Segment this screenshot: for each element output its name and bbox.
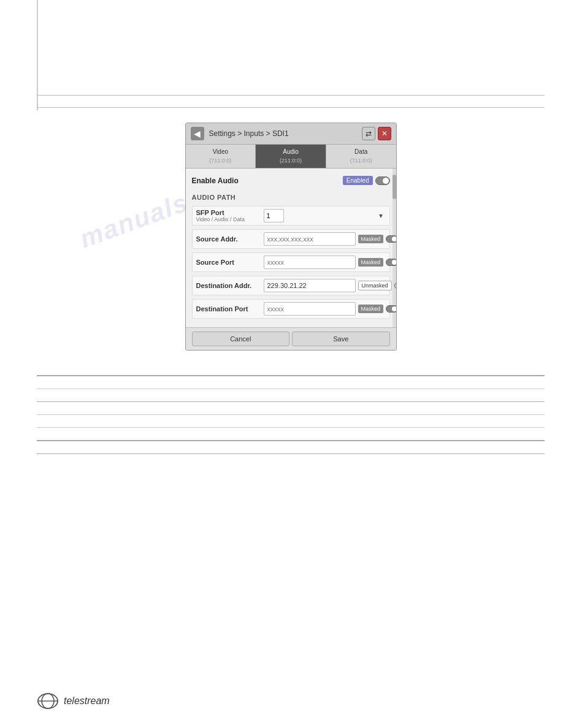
main-content: ◀ Settings > Inputs > SDI1 ⇄ ✕ Video (71… [37,116,545,466]
dialog-header: ◀ Settings > Inputs > SDI1 ⇄ ✕ [186,123,396,145]
enabled-button[interactable]: Enabled [343,176,373,185]
destination-port-input[interactable] [264,302,356,316]
tab-video-number: (711:0:0) [209,157,231,164]
destination-port-label: Destination Port [196,305,264,313]
tab-audio[interactable]: Audio (211:0:0) [256,145,326,168]
tabs-container: Video (711:0:0) Audio (211:0:0) Data (71… [186,145,396,169]
save-button[interactable]: Save [292,332,390,346]
source-addr-row: Source Addr. Masked [192,229,390,249]
settings-dialog: ◀ Settings > Inputs > SDI1 ⇄ ✕ Video (71… [185,123,397,351]
content-line-5 [37,427,545,428]
sfp-port-label: SFP Port Video / Audio / Data [196,209,264,222]
swap-button[interactable]: ⇄ [362,127,375,140]
content-line-1 [37,375,545,376]
source-addr-input[interactable] [264,232,356,246]
content-line-2 [37,389,545,389]
tab-audio-label: Audio [283,148,299,155]
destination-port-toggle[interactable] [386,305,396,313]
tab-data-label: Data [354,148,367,155]
source-port-mask-button[interactable]: Masked [358,258,384,267]
destination-port-mask-button[interactable]: Masked [358,305,384,313]
destination-addr-label: Destination Addr. [196,282,264,289]
destination-addr-row: Destination Addr. Unmasked [192,276,390,295]
destination-port-row: Destination Port Masked [192,299,390,319]
dialog-body: Enable Audio Enabled AUDIO PATH SFP Port… [186,169,396,327]
tab-data-number: (711:0:0) [350,157,372,164]
source-port-label: Source Port [196,259,264,266]
dialog-footer: Cancel Save [186,327,396,350]
content-line-4 [37,414,545,415]
breadcrumb: Settings > Inputs > SDI1 [209,129,289,138]
tab-video[interactable]: Video (711:0:0) [186,145,256,168]
sfp-port-select-wrapper: 1 2 3 [264,209,386,222]
destination-addr-controls: Unmasked [264,279,397,292]
enable-audio-row: Enable Audio Enabled [192,173,390,188]
destination-addr-unmask-button[interactable]: Unmasked [358,281,392,290]
sfp-port-sublabel: Video / Audio / Data [196,216,264,222]
destination-addr-input[interactable] [264,279,356,292]
enable-audio-label: Enable Audio [192,176,239,185]
content-line-3 [37,401,545,403]
tab-data[interactable]: Data (711:0:0) [326,145,396,168]
tab-audio-number: (211:0:0) [280,157,302,164]
header-left: ◀ Settings > Inputs > SDI1 [191,127,289,140]
left-border [37,0,38,110]
source-port-row: Source Port Masked [192,252,390,272]
header-right: ⇄ ✕ [362,127,391,140]
swap-icon: ⇄ [366,129,372,138]
enable-audio-toggle-group: Enabled [343,176,390,185]
source-addr-toggle[interactable] [386,235,396,243]
close-icon: ✕ [381,129,388,138]
telestream-logo: telestream [37,692,110,710]
telestream-name: telestream [64,696,110,707]
source-addr-mask-button[interactable]: Masked [358,235,384,243]
content-line-6 [37,440,545,441]
enable-audio-switch[interactable] [375,176,390,185]
cancel-button[interactable]: Cancel [192,332,290,346]
content-line-7 [37,453,545,455]
scrollbar-thumb [393,175,396,199]
back-button[interactable]: ◀ [191,127,204,140]
source-addr-controls: Masked [264,232,397,246]
sfp-port-row: SFP Port Video / Audio / Data 1 2 3 [192,206,390,226]
destination-port-controls: Masked [264,302,397,316]
hr-top [37,95,545,96]
hr-top2 [37,107,545,108]
source-port-controls: Masked [264,256,397,269]
source-addr-label: Source Addr. [196,235,264,243]
source-port-toggle[interactable] [386,259,396,266]
close-button[interactable]: ✕ [378,127,391,140]
telestream-logo-icon [37,692,59,710]
content-lines [37,375,545,454]
audio-path-header: AUDIO PATH [192,194,390,201]
sfp-port-select[interactable]: 1 2 3 [264,209,284,222]
scrollbar[interactable] [393,169,396,327]
tab-video-label: Video [213,148,228,155]
source-port-input[interactable] [264,256,356,269]
